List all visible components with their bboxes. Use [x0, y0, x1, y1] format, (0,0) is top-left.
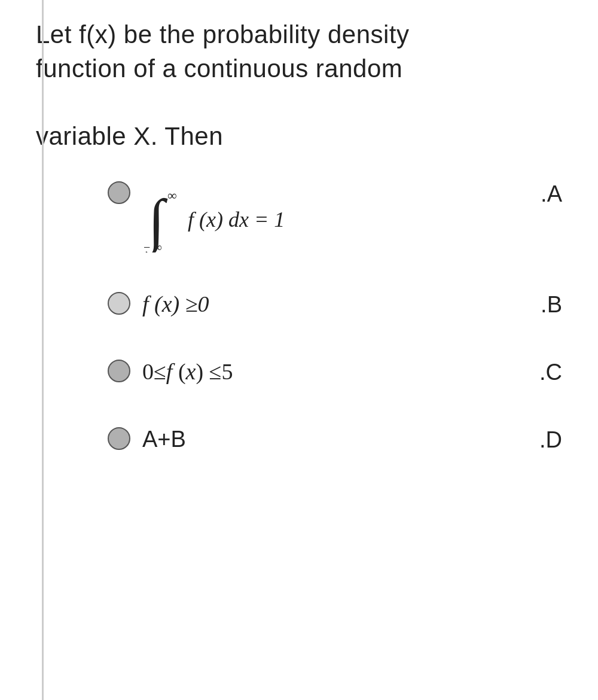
question-line-2: function of a continuous random: [36, 52, 574, 86]
option-row-C: 0≤f (x) ≤5 .C: [108, 356, 574, 388]
question-text: Let f(x) be the probability density func…: [36, 18, 574, 154]
svg-text:− ∞: − ∞: [144, 241, 162, 252]
integrand-text: f (x) dx = 1: [188, 205, 285, 235]
option-label-D: .D: [539, 427, 562, 453]
question-line-1: Let f(x) be the probability density: [36, 18, 574, 52]
integral-svg: ∫ ∞ − ∞: [142, 187, 184, 252]
option-content-A: ∫ ∞ − ∞ f (x) dx = 1: [142, 178, 574, 252]
radio-button-D[interactable]: [108, 427, 130, 450]
option-D-math: A+B: [142, 427, 186, 452]
option-B-math: f (x) ≥0: [142, 291, 209, 316]
options-container: ∫ ∞ − ∞ f (x) dx = 1 .A: [36, 178, 574, 456]
page-border: [42, 0, 44, 700]
option-row-A: ∫ ∞ − ∞ f (x) dx = 1 .A: [108, 178, 574, 252]
content-wrapper: Let f(x) be the probability density func…: [24, 18, 574, 455]
option-content-D: A+B: [142, 424, 574, 455]
option-label-B: .B: [541, 292, 562, 318]
integral-expression: ∫ ∞ − ∞ f (x) dx = 1: [142, 181, 285, 252]
question-line-3: variable X. Then: [36, 120, 574, 154]
radio-button-C[interactable]: [108, 360, 130, 382]
option-label-A: .A: [541, 181, 562, 207]
svg-text:∞: ∞: [167, 188, 177, 203]
option-content-B: f (x) ≥0: [142, 288, 574, 320]
option-content-C: 0≤f (x) ≤5: [142, 356, 574, 388]
option-C-math: 0≤f (x) ≤5: [142, 359, 233, 384]
option-row-B: f (x) ≥0 .B: [108, 288, 574, 320]
radio-button-A[interactable]: [108, 181, 130, 204]
radio-button-B[interactable]: [108, 292, 130, 315]
option-row-D: A+B .D: [108, 424, 574, 455]
option-label-C: .C: [539, 360, 562, 385]
